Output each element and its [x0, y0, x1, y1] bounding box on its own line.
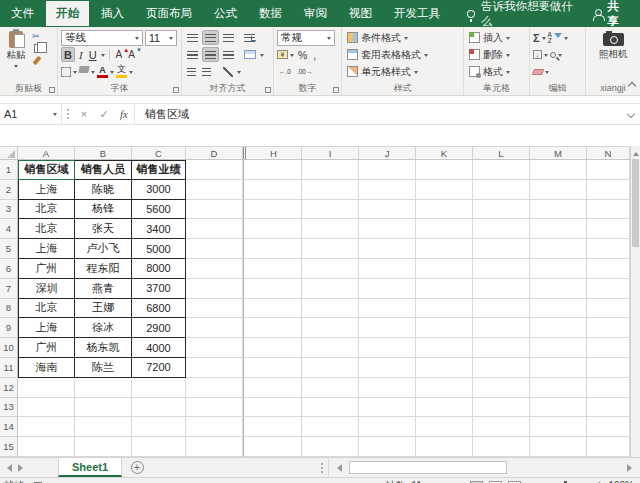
font-color-button[interactable]: A [97, 65, 108, 78]
ribbon-tab-home[interactable]: 开始 [45, 0, 90, 27]
camera-button[interactable]: 照相机 [589, 29, 637, 61]
cell-N9[interactable] [587, 318, 630, 338]
cell-C15[interactable] [132, 437, 186, 457]
enter-button[interactable]: ✓ [94, 104, 114, 124]
cancel-button[interactable]: × [74, 104, 94, 124]
row-header-3[interactable]: 3 [0, 200, 18, 220]
align-left-button[interactable] [185, 47, 200, 62]
font-color-caret[interactable] [110, 71, 114, 76]
sort-filter-caret[interactable] [564, 37, 568, 42]
cell-K15[interactable] [416, 437, 473, 457]
cell-A15[interactable] [18, 437, 75, 457]
cell-B4[interactable]: 张天 [75, 219, 132, 239]
formula-bar-input[interactable]: 销售区域 [134, 104, 628, 124]
cell-H7[interactable] [243, 279, 302, 299]
cell-D6[interactable] [186, 259, 243, 279]
find-select-icon[interactable] [550, 52, 556, 58]
increase-indent-button[interactable] [200, 64, 213, 79]
cell-A9[interactable]: 上海 [18, 318, 75, 338]
font-name-combo[interactable]: 等线 [61, 30, 143, 46]
cell-C12[interactable] [132, 378, 186, 398]
cell-N8[interactable] [587, 299, 630, 319]
cell-C14[interactable] [132, 417, 186, 437]
cell-J8[interactable] [359, 299, 416, 319]
ribbon-tab-file[interactable]: 文件 [0, 0, 45, 27]
col-header-M[interactable]: M [530, 147, 587, 159]
row-header-13[interactable]: 13 [0, 398, 18, 418]
share-button[interactable]: 共享 [583, 0, 640, 27]
row-header-4[interactable]: 4 [0, 219, 18, 239]
cell-L9[interactable] [473, 318, 530, 338]
cell-H13[interactable] [243, 398, 302, 418]
cell-A2[interactable]: 上海 [18, 180, 75, 200]
cell-B9[interactable]: 徐冰 [75, 318, 132, 338]
cell-L3[interactable] [473, 200, 530, 220]
cell-B15[interactable] [75, 437, 132, 457]
cell-A7[interactable]: 深圳 [18, 279, 75, 299]
horizontal-scroll-thumb[interactable] [349, 461, 507, 474]
cell-H1[interactable] [243, 160, 302, 180]
ribbon-tab-page-layout[interactable]: 页面布局 [135, 0, 203, 27]
cell-D9[interactable] [186, 318, 243, 338]
row-header-2[interactable]: 2 [0, 180, 18, 200]
col-header-A[interactable]: A [18, 147, 75, 159]
cell-J9[interactable] [359, 318, 416, 338]
cell-J6[interactable] [359, 259, 416, 279]
cell-H4[interactable] [243, 219, 302, 239]
row-header-9[interactable]: 9 [0, 318, 18, 338]
insert-function-button[interactable]: fx [114, 104, 134, 124]
cell-A13[interactable] [18, 398, 75, 418]
format-painter-icon[interactable] [33, 56, 42, 65]
cell-C7[interactable]: 3700 [132, 279, 186, 299]
scroll-right-icon[interactable] [624, 464, 639, 472]
cell-K7[interactable] [416, 279, 473, 299]
row-header-7[interactable]: 7 [0, 279, 18, 299]
cell-A12[interactable] [18, 378, 75, 398]
row-header-6[interactable]: 6 [0, 259, 18, 279]
delete-cells-button[interactable]: 删除 [467, 46, 526, 63]
cell-D11[interactable] [186, 358, 243, 378]
cell-A14[interactable] [18, 417, 75, 437]
cell-J10[interactable] [359, 338, 416, 358]
cell-H6[interactable] [243, 259, 302, 279]
autosum-caret[interactable] [542, 37, 546, 42]
cell-D3[interactable] [186, 200, 243, 220]
cell-B6[interactable]: 程东阳 [75, 259, 132, 279]
cell-I13[interactable] [302, 398, 359, 418]
cell-M1[interactable] [530, 160, 587, 180]
row-header-11[interactable]: 11 [0, 358, 18, 378]
cell-K1[interactable] [416, 160, 473, 180]
cell-N15[interactable] [587, 437, 630, 457]
ribbon-tab-formulas[interactable]: 公式 [203, 0, 248, 27]
clipboard-dialog-launcher[interactable] [49, 87, 55, 93]
cell-J11[interactable] [359, 358, 416, 378]
cell-H11[interactable] [243, 358, 302, 378]
cell-H15[interactable] [243, 437, 302, 457]
cell-N13[interactable] [587, 398, 630, 418]
cell-K5[interactable] [416, 239, 473, 259]
font-dialog-launcher[interactable] [173, 87, 179, 93]
cell-B10[interactable]: 杨东凯 [75, 338, 132, 358]
cell-A8[interactable]: 北京 [18, 299, 75, 319]
comma-style-button[interactable]: , [311, 47, 318, 62]
accounting-caret[interactable] [290, 54, 294, 59]
row-header-10[interactable]: 10 [0, 338, 18, 358]
cell-D14[interactable] [186, 417, 243, 437]
cell-K11[interactable] [416, 358, 473, 378]
ribbon-tab-insert[interactable]: 插入 [90, 0, 135, 27]
italic-button[interactable]: I [77, 47, 85, 62]
merge-caret[interactable] [260, 54, 264, 59]
cell-M9[interactable] [530, 318, 587, 338]
tell-me-box[interactable]: 告诉我你想要做什么 [467, 0, 583, 27]
cell-H14[interactable] [243, 417, 302, 437]
cell-D8[interactable] [186, 299, 243, 319]
orientation-caret[interactable] [237, 71, 241, 76]
format-cells-button[interactable]: 格式 [467, 63, 526, 80]
percent-style-button[interactable]: % [296, 47, 309, 62]
cell-L4[interactable] [473, 219, 530, 239]
cell-C2[interactable]: 3000 [132, 180, 186, 200]
cell-D4[interactable] [186, 219, 243, 239]
cell-C4[interactable]: 3400 [132, 219, 186, 239]
cell-A1[interactable]: 销售区域 [18, 160, 75, 180]
autosum-icon[interactable]: Σ [533, 32, 540, 44]
